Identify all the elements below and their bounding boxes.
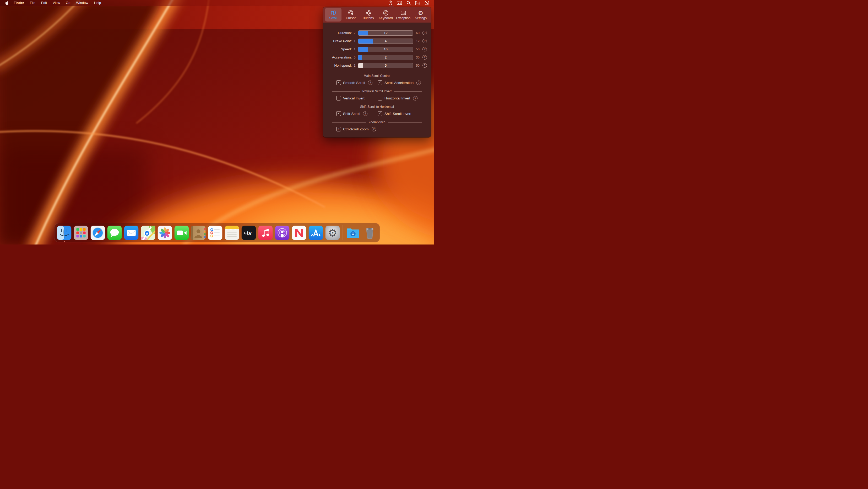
- checkbox-shift-scroll-invert[interactable]: ✓ Shift-Scroll Invert: [378, 111, 419, 116]
- slider-max: 12: [414, 39, 422, 43]
- dock-item-launchpad[interactable]: [74, 226, 88, 240]
- dock-item-music[interactable]: [258, 226, 273, 240]
- dock-item-photos[interactable]: [158, 226, 172, 240]
- dock-item-facetime[interactable]: [175, 226, 189, 240]
- dock-item-system-preferences[interactable]: ⚙: [326, 226, 340, 240]
- help-icon[interactable]: ?: [363, 112, 367, 116]
- speed-slider[interactable]: 10: [358, 47, 413, 52]
- checkbox-smooth-scroll[interactable]: ✓ Smooth Scroll ?: [336, 80, 378, 85]
- slider-value: 12: [358, 31, 413, 35]
- mos-mouse-icon[interactable]: [387, 0, 394, 6]
- menu-item-window[interactable]: Window: [73, 0, 91, 6]
- help-icon[interactable]: ?: [423, 39, 427, 43]
- menu-item-finder[interactable]: Finder: [11, 0, 27, 6]
- dock-item-reminders[interactable]: [208, 226, 222, 240]
- checkbox-horizontal-invert[interactable]: Horizontal Invert ?: [378, 96, 417, 100]
- checkbox-ctrl-scroll-zoom[interactable]: ✓ Ctrl-Scroll Zoom ?: [336, 127, 376, 132]
- dock-item-notes[interactable]: [225, 226, 239, 240]
- slider-row-brake-point: Brake Point: 1 4 12 ?: [326, 37, 427, 45]
- checkbox-vertical-invert[interactable]: Vertical Invert: [336, 96, 378, 100]
- checkbox-box[interactable]: ✓: [378, 111, 382, 116]
- duration-slider[interactable]: 12: [358, 30, 413, 36]
- tab-keyboard[interactable]: ⌘ Keyboard: [377, 8, 394, 22]
- tab-label: Scroll: [329, 17, 337, 20]
- help-icon[interactable]: ?: [413, 96, 417, 100]
- checkbox-box[interactable]: ✓: [336, 111, 341, 116]
- dock-item-contacts[interactable]: [191, 226, 206, 240]
- section-title: Main Scroll Control: [326, 74, 427, 78]
- checkbox-label: Shift-Scroll Invert: [384, 112, 411, 116]
- slider-label: Speed:: [326, 47, 352, 51]
- checkbox-shift-scroll[interactable]: ✓ Shift-Scroll ?: [336, 111, 378, 116]
- tab-label: Settings: [415, 17, 427, 20]
- tab-label: Keyboard: [379, 17, 393, 20]
- tab-settings[interactable]: ⚙ Settings: [412, 8, 429, 22]
- section-title: Shift-Scroll to Horizontal: [326, 105, 427, 109]
- slider-value: 2: [358, 55, 413, 60]
- dock-item-messages[interactable]: [107, 226, 122, 240]
- tab-scroll[interactable]: Scroll: [325, 8, 341, 22]
- dock-item-app-store[interactable]: [309, 226, 323, 240]
- menu-bar: Finder File Edit View Go Window Help ⌘: [0, 0, 434, 6]
- help-icon[interactable]: ?: [423, 47, 427, 51]
- checkbox-label: Shift-Scroll: [343, 112, 360, 116]
- help-icon[interactable]: ?: [372, 127, 376, 132]
- dock-item-mail[interactable]: [124, 226, 138, 240]
- slider-max: 50: [414, 64, 422, 67]
- scroll-wheel-icon: [330, 10, 337, 16]
- slider-max: 50: [414, 48, 422, 51]
- hori-speed-slider[interactable]: 5: [358, 63, 413, 68]
- checkbox-box[interactable]: ✓: [378, 80, 382, 85]
- help-icon[interactable]: ?: [423, 63, 427, 68]
- running-indicator: [64, 241, 65, 242]
- section-zoom-pinch: Zoom/Pinch ✓ Ctrl-Scroll Zoom ?: [326, 120, 427, 132]
- checkbox-box[interactable]: ✓: [336, 80, 341, 85]
- keyboard-viewer-icon[interactable]: ⌘: [396, 0, 403, 6]
- apple-menu[interactable]: [4, 1, 11, 5]
- tab-exception[interactable]: Exception: [395, 8, 411, 22]
- dock-item-news[interactable]: [292, 226, 306, 240]
- checkbox-scroll-acceleration[interactable]: ✓ Scroll Acceleration ?: [378, 80, 421, 85]
- section-shift-scroll: Shift-Scroll to Horizontal ✓ Shift-Scrol…: [326, 105, 427, 116]
- tab-cursor[interactable]: Cursor: [343, 8, 359, 22]
- help-icon[interactable]: ?: [368, 81, 372, 85]
- tab-buttons[interactable]: Buttons: [360, 8, 377, 22]
- help-icon[interactable]: ?: [423, 31, 427, 35]
- help-icon[interactable]: ?: [423, 55, 427, 60]
- slider-label: Hori speed:: [326, 63, 352, 67]
- dock-item-maps[interactable]: [141, 226, 155, 240]
- tab-label: Buttons: [363, 17, 374, 20]
- section-physical-scroll-invert: Physical Scroll Invert Vertical Invert H…: [326, 89, 427, 100]
- tab-label: Exception: [396, 17, 410, 20]
- dock-item-downloads[interactable]: [346, 226, 360, 240]
- dock-item-safari[interactable]: [91, 226, 105, 240]
- menu-item-help[interactable]: Help: [91, 0, 104, 6]
- slider-min: 0: [352, 56, 358, 59]
- checkbox-label: Smooth Scroll: [343, 81, 365, 85]
- help-icon[interactable]: ?: [416, 81, 421, 85]
- svg-text:⌘: ⌘: [400, 2, 402, 4]
- svg-text:⚙: ⚙: [418, 10, 424, 16]
- dock-item-trash[interactable]: [363, 226, 377, 240]
- clock-icon[interactable]: [424, 0, 430, 6]
- dock-item-tv[interactable]: tv: [242, 226, 256, 240]
- menu-item-file[interactable]: File: [27, 0, 38, 6]
- checkbox-box[interactable]: [336, 96, 341, 100]
- section-title: Zoom/Pinch: [326, 120, 427, 124]
- slider-label: Acceleration:: [326, 55, 352, 59]
- checkbox-box[interactable]: [378, 96, 382, 100]
- checkbox-box[interactable]: ✓: [336, 127, 341, 132]
- dock-item-finder[interactable]: [57, 226, 71, 240]
- menu-item-go[interactable]: Go: [63, 0, 73, 6]
- brake-point-slider[interactable]: 4: [358, 38, 413, 44]
- dock-item-podcasts[interactable]: [275, 226, 289, 240]
- spotlight-icon[interactable]: [405, 0, 412, 6]
- svg-text:⌘: ⌘: [384, 11, 388, 15]
- acceleration-slider[interactable]: 2: [358, 55, 413, 60]
- control-center-icon[interactable]: [414, 0, 421, 6]
- mos-scroll-popover: Scroll Cursor Buttons ⌘ Keyboard: [323, 7, 431, 138]
- menu-item-view[interactable]: View: [50, 0, 63, 6]
- cursor-click-icon: [347, 10, 354, 16]
- dock-separator: [343, 225, 343, 240]
- menu-item-edit[interactable]: Edit: [38, 0, 50, 6]
